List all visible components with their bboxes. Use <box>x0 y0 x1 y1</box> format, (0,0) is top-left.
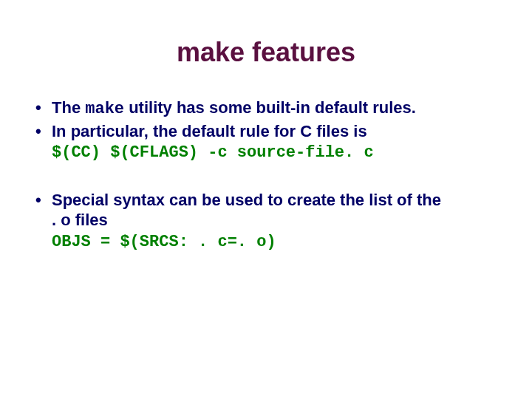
bullet-3: Special syntax can be used to create the… <box>30 190 502 231</box>
bullet-list: The make utility has some built-in defau… <box>0 98 532 141</box>
slide: make features The make utility has some … <box>0 37 532 399</box>
bullet-3-line2: . o files <box>52 211 108 229</box>
slide-title: make features <box>0 37 532 68</box>
bullet-1-post: utility has some built-in default rules. <box>124 98 416 117</box>
bullet-2: In particular, the default rule for C fi… <box>30 121 502 142</box>
bullet-1-code: make <box>85 100 124 118</box>
spacer <box>0 165 532 190</box>
bullet-1: The make utility has some built-in defau… <box>30 98 502 120</box>
bullet-list-2: Special syntax can be used to create the… <box>0 190 532 231</box>
code-line-2: OBJS = $(SRCS: . c=. o) <box>52 232 532 253</box>
code-line-1: $(CC) $(CFLAGS) -c source-file. c <box>52 143 532 163</box>
bullet-1-pre: The <box>52 98 85 117</box>
bullet-3-line1: Special syntax can be used to create the… <box>52 191 441 209</box>
